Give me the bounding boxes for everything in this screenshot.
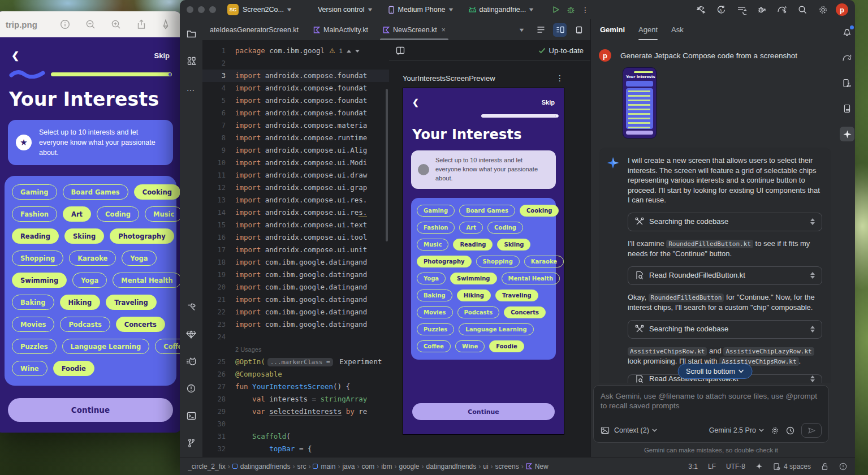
breadcrumb-com[interactable]: com bbox=[361, 463, 374, 470]
code-line[interactable]: 25@OptIn(...markerClass = Experiment bbox=[202, 356, 389, 368]
profiler-icon[interactable]: A bbox=[714, 2, 728, 17]
gemini-conversation[interactable]: p Generate Jetpack Compose code from a s… bbox=[591, 40, 839, 383]
expand-collapse-icon[interactable] bbox=[810, 375, 815, 382]
code-line[interactable]: 14import androidx.compose.ui.res. bbox=[202, 206, 389, 219]
window-controls[interactable] bbox=[187, 6, 216, 13]
code-line[interactable]: 8import androidx.compose.runtime bbox=[202, 132, 389, 144]
gradle-elephant-icon[interactable] bbox=[840, 50, 854, 65]
zoom-in-icon[interactable] bbox=[111, 19, 121, 29]
more-tool-windows-icon[interactable]: … bbox=[184, 80, 198, 95]
app-insights-gem-icon[interactable] bbox=[184, 327, 198, 342]
code-line[interactable]: 28 val interests = stringArray bbox=[202, 393, 389, 405]
code-line[interactable]: 23import com.ibm.google.datingand bbox=[202, 318, 389, 331]
notifications-bell-icon[interactable] bbox=[840, 25, 854, 40]
tool-call-searching[interactable]: Searching the codebase bbox=[628, 213, 822, 231]
build-hammer-icon[interactable] bbox=[184, 300, 198, 314]
history-icon[interactable] bbox=[786, 426, 794, 435]
close-window-icon[interactable] bbox=[187, 6, 193, 13]
editor-split-mode-icon[interactable] bbox=[553, 23, 567, 37]
code-line[interactable]: 30 bbox=[202, 418, 389, 430]
breadcrumb-ui[interactable]: ui bbox=[483, 463, 488, 470]
editor-code-mode-icon[interactable] bbox=[534, 23, 547, 37]
code-line[interactable]: 15import androidx.compose.ui.text bbox=[202, 219, 389, 231]
markup-icon[interactable] bbox=[162, 19, 170, 29]
breadcrumb-google[interactable]: google bbox=[399, 463, 419, 470]
run-button[interactable] bbox=[549, 2, 563, 17]
code-line[interactable]: 4import androidx.compose.foundat bbox=[202, 82, 389, 94]
tool-call-searching[interactable]: Searching the codebase bbox=[628, 320, 822, 339]
tab-ask[interactable]: Ask bbox=[671, 19, 684, 40]
zoom-out-icon[interactable] bbox=[85, 19, 96, 29]
user-avatar[interactable]: p bbox=[836, 3, 848, 16]
code-line[interactable]: 18import com.ibm.google.datingand bbox=[202, 256, 389, 269]
search-everywhere-icon[interactable] bbox=[795, 2, 810, 17]
ai-assistant-sparkle-icon[interactable] bbox=[755, 463, 763, 470]
scroll-to-bottom-button[interactable]: Scroll to bottom bbox=[677, 364, 753, 379]
project-selector[interactable]: Screen2Co...▼ bbox=[243, 6, 292, 14]
code-line[interactable]: 22import com.ibm.google.datingand bbox=[202, 306, 389, 318]
lock-icon[interactable] bbox=[821, 463, 829, 470]
device-selector[interactable]: Medium Phone▼ bbox=[387, 6, 454, 14]
resource-manager-icon[interactable] bbox=[184, 53, 198, 68]
terminal-icon[interactable] bbox=[184, 408, 198, 423]
breadcrumb-new[interactable]: New bbox=[526, 463, 549, 470]
run-tasks-icon[interactable] bbox=[734, 2, 749, 17]
attach-image-icon[interactable] bbox=[601, 426, 610, 434]
settings-icon[interactable] bbox=[815, 2, 830, 17]
code-line[interactable]: 2 bbox=[202, 57, 389, 70]
preview-phone-frame[interactable]: ❮ Skip Your Interests Select up to 10 in… bbox=[403, 88, 564, 435]
editor-design-mode-icon[interactable] bbox=[572, 23, 586, 37]
editor-tab-newscreen-kt[interactable]: NewScreen.kt× bbox=[375, 19, 453, 40]
code-line[interactable]: 17import androidx.compose.ui.unit bbox=[202, 244, 389, 256]
editor-tab-ateideasgeneratorscreen-kt[interactable]: ateIdeasGeneratorScreen.kt bbox=[202, 19, 306, 40]
context-selector[interactable]: Context (2) bbox=[614, 426, 657, 434]
code-line[interactable]: 20import com.ibm.google.datingand bbox=[202, 281, 389, 293]
code-line[interactable]: 31 Scaffold( bbox=[202, 430, 389, 443]
gemini-settings-icon[interactable] bbox=[771, 426, 779, 435]
breadcrumb-ibm[interactable]: ibm bbox=[381, 463, 392, 470]
breadcrumb-_circle_2_fix[interactable]: _circle_2_fix bbox=[188, 463, 226, 470]
zoom-window-icon[interactable] bbox=[209, 6, 216, 13]
inspections-widget[interactable]: ⚠1 bbox=[329, 45, 360, 57]
preview-kebab-icon[interactable]: ⋮ bbox=[556, 74, 564, 83]
code-line[interactable]: 13import androidx.compose.ui.res. bbox=[202, 194, 389, 206]
breadcrumb-src[interactable]: src bbox=[297, 463, 306, 470]
file-encoding[interactable]: UTF-8 bbox=[726, 463, 745, 470]
code-line[interactable]: 19import com.ibm.google.datingand bbox=[202, 269, 389, 281]
tabs-dropdown-chevron-icon[interactable]: ▼ bbox=[515, 23, 528, 37]
editor-scrollbar[interactable] bbox=[386, 89, 388, 241]
logcat-cat-icon[interactable] bbox=[184, 354, 198, 369]
breadcrumb-datingandfriends[interactable]: datingandfriends bbox=[426, 463, 477, 470]
device-explorer-icon[interactable] bbox=[840, 101, 854, 116]
share-icon[interactable] bbox=[136, 19, 146, 29]
code-line[interactable]: 5import androidx.compose.foundat bbox=[202, 94, 389, 107]
code-line[interactable]: 12import androidx.compose.ui.grap bbox=[202, 182, 389, 194]
code-line[interactable]: 9import androidx.compose.ui.Alig bbox=[202, 144, 389, 157]
error-indicator-icon[interactable] bbox=[839, 463, 847, 470]
expand-collapse-icon[interactable] bbox=[810, 218, 815, 225]
running-devices-icon[interactable] bbox=[840, 76, 854, 90]
line-separator[interactable]: LF bbox=[708, 463, 716, 470]
editor-tab-mainactivity-kt[interactable]: MainActivity.kt bbox=[306, 19, 375, 40]
gemini-prompt-input[interactable] bbox=[601, 391, 822, 423]
project-folder-icon[interactable] bbox=[184, 26, 198, 41]
problems-icon[interactable] bbox=[184, 381, 198, 396]
preview-layout-icon[interactable] bbox=[396, 46, 405, 55]
code-line[interactable]: 11import androidx.compose.ui.draw bbox=[202, 169, 389, 182]
code-line[interactable]: 27fun YourInterestsScreen() { bbox=[202, 381, 389, 393]
close-tab-icon[interactable]: × bbox=[442, 26, 446, 34]
code-line[interactable]: 2 Usages bbox=[202, 343, 389, 356]
code-line[interactable]: 3import androidx.compose.foundat bbox=[202, 70, 389, 82]
expand-collapse-icon[interactable] bbox=[810, 326, 815, 332]
vcs-menu[interactable]: Version control▼ bbox=[318, 6, 373, 14]
gradle-sync-icon[interactable] bbox=[775, 2, 789, 17]
caret-position[interactable]: 3:1 bbox=[688, 463, 698, 470]
run-configuration-selector[interactable]: datingandfrie...▼ bbox=[468, 6, 534, 14]
breadcrumb-screens[interactable]: screens bbox=[495, 463, 519, 470]
code-line[interactable]: 26@Composable bbox=[202, 368, 389, 381]
gemini-sparkle-icon[interactable] bbox=[840, 127, 854, 141]
breadcrumb-java[interactable]: java bbox=[342, 463, 355, 470]
code-line[interactable]: 10import androidx.compose.ui.Modi bbox=[202, 157, 389, 169]
indent-config[interactable]: 4 spaces bbox=[773, 463, 811, 470]
gemini-input-box[interactable]: Context (2) Gemini 2.5 Pro bbox=[593, 385, 829, 443]
